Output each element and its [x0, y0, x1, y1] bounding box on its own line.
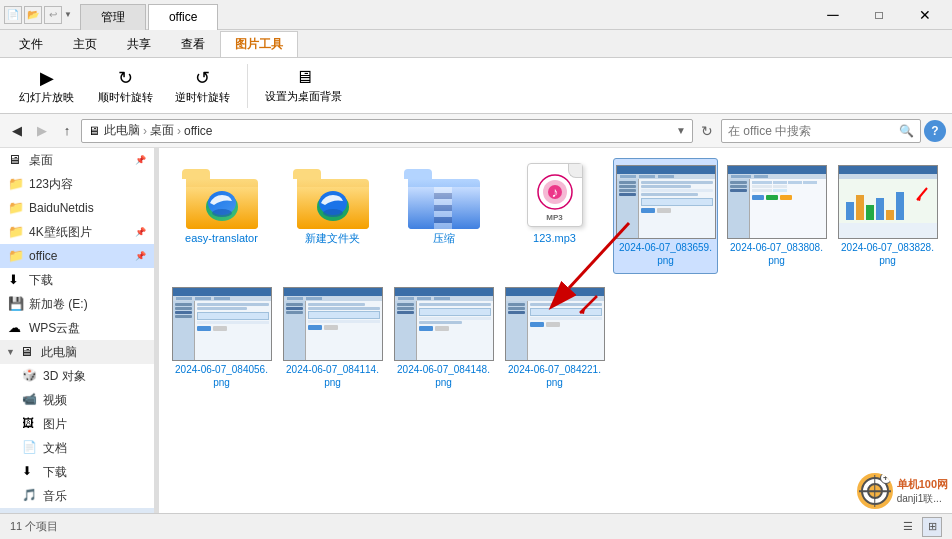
- sidebar-item-picture[interactable]: 🖼 图片: [0, 412, 154, 436]
- path-dropdown[interactable]: ▼: [676, 125, 686, 136]
- sidebar-item-download[interactable]: ⬇ 下载: [0, 268, 154, 292]
- folder-4k-icon: 📁: [8, 224, 24, 240]
- sidebar-label-doc: 文档: [43, 440, 67, 457]
- svg-point-2: [212, 209, 232, 217]
- up-button[interactable]: ↑: [56, 120, 78, 142]
- back-button[interactable]: ◀: [6, 120, 28, 142]
- file-item-png2[interactable]: 2024-06-07_083808.png: [724, 158, 829, 274]
- computer-icon: 🖥: [20, 344, 36, 360]
- sidebar-label-video: 视频: [43, 392, 67, 409]
- doc-icon: 📄: [22, 440, 38, 456]
- title-center: [218, 24, 810, 30]
- path-office: office: [184, 124, 212, 138]
- search-icon: 🔍: [899, 124, 914, 138]
- file-name-easy: easy-translator: [185, 231, 258, 245]
- tab-home[interactable]: 主页: [58, 31, 112, 57]
- music-icon: 🎵: [22, 488, 38, 504]
- sidebar-label-desktop2: 桌面: [43, 512, 67, 514]
- address-path[interactable]: 🖥 此电脑 › 桌面 › office ▼: [81, 119, 693, 143]
- search-box[interactable]: 🔍: [721, 119, 921, 143]
- file-item-zip[interactable]: 压缩: [391, 158, 496, 274]
- dropdown-icon[interactable]: ▼: [64, 10, 72, 19]
- folder-office-icon: 📁: [8, 248, 24, 264]
- sidebar-item-123[interactable]: 📁 123内容: [0, 172, 154, 196]
- sidebar-item-wps[interactable]: ☁ WPS云盘: [0, 316, 154, 340]
- status-count: 11 个项目: [10, 519, 58, 534]
- sidebar-item-4k[interactable]: 📁 4K壁纸图片 📌: [0, 220, 154, 244]
- sidebar-item-dl2[interactable]: ⬇ 下载: [0, 460, 154, 484]
- sidebar-item-doc[interactable]: 📄 文档: [0, 436, 154, 460]
- path-pc: 此电脑: [104, 122, 140, 139]
- tab-picture-tools[interactable]: 图片工具: [220, 31, 298, 57]
- sidebar-label-dl2: 下载: [43, 464, 67, 481]
- tool-rotate-left[interactable]: ↺ 逆时针旋转: [166, 63, 239, 109]
- close-button[interactable]: ✕: [902, 0, 948, 30]
- picture-icon: 🖼: [22, 416, 38, 432]
- tool-set-wallpaper[interactable]: 🖥 设置为桌面背景: [256, 63, 351, 108]
- sidebar-label-picture: 图片: [43, 416, 67, 433]
- png4-thumb: [172, 287, 272, 361]
- title-tab-manage[interactable]: 管理: [80, 4, 146, 30]
- file-item-easy-translator[interactable]: easy-translator: [169, 158, 274, 274]
- svg-point-5: [323, 209, 343, 217]
- sidebar-label-download: 下载: [29, 272, 146, 289]
- help-button[interactable]: ?: [924, 120, 946, 142]
- tool-slideshow[interactable]: ▶ 幻灯片放映: [8, 63, 85, 109]
- sidebar-item-baidu[interactable]: 📁 BaiduNetdis: [0, 196, 154, 220]
- sidebar-item-desktop2[interactable]: 🖥 桌面: [0, 508, 154, 513]
- forward-button[interactable]: ▶: [31, 120, 53, 142]
- sidebar-item-office[interactable]: 📁 office 📌: [0, 244, 154, 268]
- svg-line-12: [580, 296, 597, 313]
- path-icon: 🖥: [88, 124, 100, 138]
- download-icon: ⬇: [22, 464, 38, 480]
- address-bar: ◀ ▶ ↑ 🖥 此电脑 › 桌面 › office ▼ ↻ 🔍 ?: [0, 114, 952, 148]
- path-sep1: ›: [143, 124, 147, 138]
- file-item-png6[interactable]: 2024-06-07_084148.png: [391, 280, 496, 396]
- pin-icon-4k: 📌: [135, 227, 146, 237]
- file-item-png7[interactable]: 2024-06-07_084221.png: [502, 280, 607, 396]
- sidebar-item-desktop[interactable]: 🖥 桌面 📌: [0, 148, 154, 172]
- minimize-button[interactable]: ─: [810, 0, 856, 30]
- view-list-icon[interactable]: ☰: [898, 517, 918, 537]
- tool-rotate-right[interactable]: ↻ 顺时针旋转: [89, 63, 162, 109]
- sidebar-item-pc[interactable]: ▼ 🖥 此电脑: [0, 340, 154, 364]
- png2-thumb: [727, 165, 827, 239]
- title-tab-office[interactable]: office: [148, 4, 218, 30]
- tab-view[interactable]: 查看: [166, 31, 220, 57]
- file-name-png1: 2024-06-07_083659.png: [618, 241, 713, 267]
- mp3-icon-wrap: ♪ MP3: [515, 165, 595, 229]
- file-item-png1[interactable]: 2024-06-07_083659.png: [613, 158, 718, 274]
- sidebar-item-video[interactable]: 📹 视频: [0, 388, 154, 412]
- pin-icon-office: 📌: [135, 251, 146, 261]
- tab-file[interactable]: 文件: [4, 31, 58, 57]
- sidebar-item-newvol[interactable]: 💾 新加卷 (E:): [0, 292, 154, 316]
- refresh-button[interactable]: ↻: [696, 120, 718, 142]
- file-name-zip: 压缩: [433, 231, 455, 245]
- view-grid-icon[interactable]: ⊞: [922, 517, 942, 537]
- sidebar-label-4k: 4K壁纸图片: [29, 224, 130, 241]
- file-item-png5[interactable]: 2024-06-07_084114.png: [280, 280, 385, 396]
- sidebar-label-office: office: [29, 249, 130, 263]
- maximize-button[interactable]: □: [856, 0, 902, 30]
- file-name-png3: 2024-06-07_083828.png: [840, 241, 935, 267]
- file-name-png2: 2024-06-07_083808.png: [729, 241, 824, 267]
- title-tabs: 管理 office: [80, 0, 810, 30]
- new-doc-icon[interactable]: 📄: [4, 6, 22, 24]
- sidebar-label-pc: 此电脑: [41, 344, 146, 361]
- file-item-png3[interactable]: 2024-06-07_083828.png: [835, 158, 940, 274]
- undo-icon[interactable]: ↩: [44, 6, 62, 24]
- sidebar-label-123: 123内容: [29, 176, 146, 193]
- file-item-png4[interactable]: 2024-06-07_084056.png: [169, 280, 274, 396]
- folder-open-icon[interactable]: 📂: [24, 6, 42, 24]
- png5-thumb: [283, 287, 383, 361]
- ribbon-toolbar: ▶ 幻灯片放映 ↻ 顺时针旋转 ↺ 逆时针旋转 🖥 设置为桌面背景: [0, 58, 952, 114]
- zip-icon-wrap: [404, 165, 484, 229]
- sidebar-item-3d[interactable]: 🎲 3D 对象: [0, 364, 154, 388]
- tab-share[interactable]: 共享: [112, 31, 166, 57]
- file-item-new-folder[interactable]: 新建文件夹: [280, 158, 385, 274]
- png7-thumb: [505, 287, 605, 361]
- sidebar-item-music[interactable]: 🎵 音乐: [0, 484, 154, 508]
- download-folder-icon: ⬇: [8, 272, 24, 288]
- file-item-mp3[interactable]: ♪ MP3 123.mp3: [502, 158, 607, 274]
- search-input[interactable]: [728, 124, 895, 138]
